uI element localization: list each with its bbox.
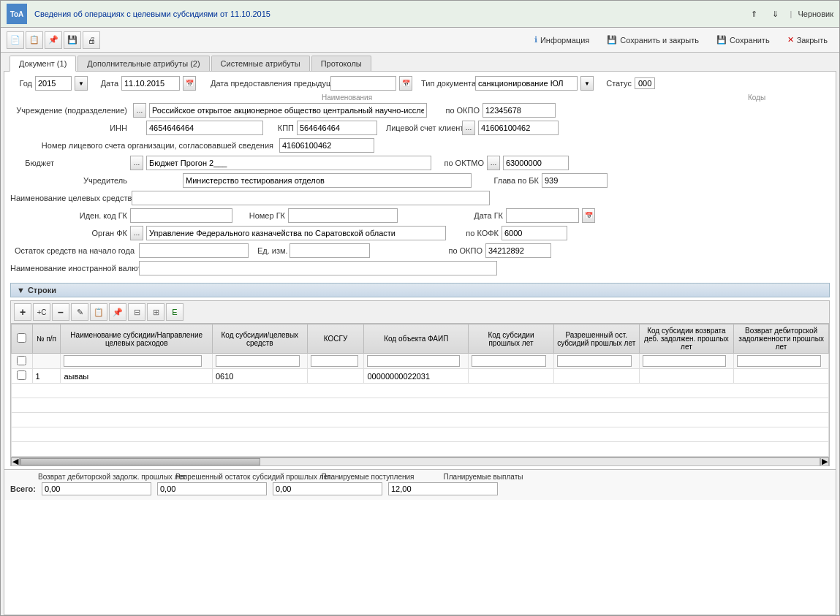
ostatok-input[interactable]: [139, 243, 249, 258]
stroki-section-header[interactable]: ▼ Строки: [10, 283, 830, 297]
print-button[interactable]: 🖨: [83, 31, 100, 49]
kofk-input[interactable]: [502, 226, 567, 240]
toolbar-right: ℹ Информация 💾 Сохранить и закрыть 💾 Сох…: [529, 33, 833, 47]
row-vozvrat-sum: [734, 369, 829, 384]
okpo-input[interactable]: [483, 103, 556, 118]
sort-down-btn[interactable]: ⇓: [766, 7, 784, 21]
row-budget: Бюджет … по ОКТМО …: [10, 156, 830, 170]
horizontal-scrollbar-thumb[interactable]: [20, 458, 260, 465]
data-gk-calendar-btn[interactable]: 📅: [582, 208, 595, 223]
filter-deb: [639, 354, 734, 369]
grid-table: № п/п Наименование субсидии/Направление …: [11, 324, 829, 457]
grid-paste-btn[interactable]: 📌: [109, 303, 126, 321]
iden-gk-label: Иден. код ГК: [54, 211, 127, 220]
tab-sys-attrs[interactable]: Системные атрибуты: [211, 56, 310, 71]
info-label: Информация: [540, 36, 589, 45]
budget-lookup-btn[interactable]: …: [130, 156, 143, 170]
oktmo-input[interactable]: [503, 156, 569, 170]
ed-izm-input[interactable]: [290, 243, 370, 258]
org-lic-label: Номер лицевого счета организации, соглас…: [18, 141, 273, 150]
copy-doc-icon: 📋: [29, 35, 39, 45]
okpo2-input[interactable]: [485, 243, 551, 258]
glava-bk-input[interactable]: [542, 173, 608, 188]
prev-date-calendar-btn[interactable]: 📅: [399, 76, 412, 91]
horizontal-scrollbar-track[interactable]: [20, 457, 820, 466]
save-close-button[interactable]: 💾 Сохранить и закрыть: [601, 33, 705, 47]
table-row-empty2: [12, 398, 829, 413]
grid-copy-btn[interactable]: 📋: [90, 303, 107, 321]
grid-delete-button[interactable]: –: [52, 303, 69, 321]
prev-date-input[interactable]: [330, 76, 396, 91]
total-col2-input[interactable]: [157, 482, 267, 495]
main-toolbar: 📄 📋 📌 💾 🖨 ℹ Информация 💾 Сохранить и: [1, 28, 839, 53]
total-col3-input[interactable]: [273, 482, 382, 495]
tab-extra-attrs[interactable]: Дополнительные атрибуты (2): [77, 56, 209, 71]
row-uchr: Учреждение (подразделение) … по ОКПО: [10, 103, 830, 118]
filter-faip: [364, 354, 469, 369]
uchreditel-input[interactable]: [183, 173, 472, 188]
row-checkbox[interactable]: [17, 370, 26, 380]
row-kod-sub-pl: [469, 369, 554, 384]
naim-tcel-input[interactable]: [132, 191, 490, 205]
year-dropdown-btn[interactable]: ▼: [75, 76, 88, 91]
grid-edit-button[interactable]: ✎: [71, 303, 88, 321]
total-col1-input[interactable]: [42, 482, 151, 495]
grid-table-wrapper[interactable]: № п/п Наименование субсидии/Направление …: [11, 324, 829, 457]
year-input[interactable]: [35, 76, 72, 91]
table-row[interactable]: 1 аываы 0610 00000000022031: [12, 369, 829, 384]
glava-bk-label: Глава по БК: [480, 176, 539, 185]
naim-tcel-label: Наименование целевых средств: [10, 194, 127, 202]
grid-filter2-btn[interactable]: ⊞: [147, 303, 164, 321]
tab-document[interactable]: Документ (1): [10, 56, 76, 72]
date-input[interactable]: [121, 76, 180, 91]
save-button[interactable]: 💾 Сохранить: [711, 33, 776, 47]
inn-input[interactable]: [146, 121, 263, 135]
kpp-input[interactable]: [297, 121, 377, 135]
nomer-gk-input[interactable]: [288, 208, 398, 223]
save-doc-button[interactable]: 💾: [64, 31, 81, 49]
iden-gk-input[interactable]: [130, 208, 232, 223]
footer-labels-row: Возврат дебиторской задолж. прошлых лет …: [10, 473, 830, 481]
total-col4-input[interactable]: [388, 482, 498, 495]
organ-fk-lookup-btn[interactable]: …: [130, 226, 143, 240]
naim-inostr-input[interactable]: [139, 261, 497, 275]
scroll-right-btn[interactable]: ▶: [820, 457, 829, 466]
nomer-gk-label: Номер ГК: [241, 211, 285, 220]
filter-sub-pl: [469, 354, 554, 369]
copy-doc-button[interactable]: 📋: [26, 31, 43, 49]
grid-filter-btn[interactable]: ⊟: [128, 303, 145, 321]
doc-type-label: Тип документа: [421, 79, 472, 88]
grid-excel-btn[interactable]: E: [166, 303, 183, 321]
scroll-left-btn[interactable]: ◀: [11, 457, 20, 466]
close-icon: ✕: [787, 35, 794, 45]
filter-check-input[interactable]: [17, 356, 26, 365]
oktmo-lookup-btn[interactable]: …: [487, 156, 500, 170]
doc-type-input[interactable]: [475, 76, 578, 91]
doc-type-dropdown[interactable]: ▼: [580, 76, 594, 91]
budget-input[interactable]: [146, 156, 431, 170]
new-doc-button[interactable]: 📄: [7, 31, 24, 49]
lic-schet-lookup-btn[interactable]: …: [462, 121, 475, 135]
kpp-label: КПП: [272, 123, 294, 132]
row-inn-kpp: ИНН КПП Лицевой счет клиента …: [10, 121, 830, 135]
uchreditel-label: Учредитель: [69, 176, 127, 185]
close-button[interactable]: ✕ Закрыть: [782, 33, 833, 47]
paste-special-button[interactable]: 📌: [45, 31, 62, 49]
uchr-input[interactable]: [149, 103, 427, 118]
filter-razresh: [553, 354, 639, 369]
sort-up-btn[interactable]: ⇑: [745, 7, 763, 21]
info-button[interactable]: ℹ Информация: [529, 33, 595, 47]
data-gk-input[interactable]: [506, 208, 579, 223]
grid-select-all[interactable]: [17, 333, 26, 343]
grid-add-copy-button[interactable]: +C: [33, 303, 50, 321]
col-naim-sub: Наименование субсидии/Направление целевы…: [61, 324, 213, 354]
status-value: 000: [635, 77, 655, 89]
save-doc-icon: 💾: [67, 35, 77, 45]
uchr-lookup-btn[interactable]: …: [133, 103, 146, 118]
tab-protocols[interactable]: Протоколы: [311, 56, 371, 71]
org-lic-input[interactable]: [279, 138, 374, 153]
grid-add-button[interactable]: +: [14, 303, 31, 321]
date-calendar-btn[interactable]: 📅: [183, 76, 196, 91]
organ-fk-input[interactable]: [146, 226, 446, 240]
lic-schet-input[interactable]: [478, 121, 559, 135]
